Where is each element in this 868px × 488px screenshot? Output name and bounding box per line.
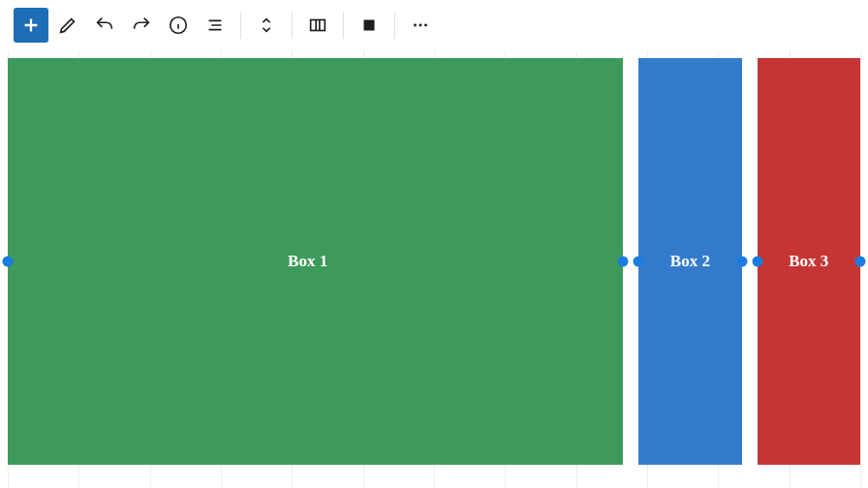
more-icon (410, 15, 431, 36)
resize-handle-left[interactable] (634, 257, 644, 267)
resize-handle-right[interactable] (855, 257, 866, 267)
resize-handle-left[interactable] (3, 257, 14, 267)
svg-point-5 (424, 24, 427, 27)
columns-block[interactable]: Box 1 Box 2 Box 3 (8, 58, 860, 465)
more-options-button[interactable] (403, 8, 438, 43)
resize-handle-right[interactable] (736, 257, 747, 267)
column-1[interactable]: Box 1 (8, 58, 623, 465)
undo-icon (94, 15, 115, 36)
move-icon (256, 15, 277, 36)
svg-rect-2 (364, 20, 375, 31)
toolbar-separator (394, 12, 395, 39)
column-label: Box 2 (670, 252, 710, 271)
outline-button[interactable] (198, 8, 232, 43)
svg-point-3 (414, 24, 417, 27)
redo-icon (131, 15, 152, 36)
move-button[interactable] (249, 8, 284, 43)
column-2[interactable]: Box 2 (638, 58, 741, 465)
color-button[interactable] (352, 8, 387, 43)
add-icon (20, 15, 42, 36)
column-3[interactable]: Box 3 (758, 58, 860, 465)
resize-handle-left[interactable] (752, 257, 762, 267)
edit-icon (57, 15, 78, 36)
menu-icon (204, 15, 226, 36)
edit-button[interactable] (50, 8, 85, 43)
redo-button[interactable] (124, 8, 159, 43)
resize-handle-right[interactable] (618, 257, 629, 267)
toolbar-separator (343, 12, 344, 39)
columns-icon (307, 15, 328, 36)
svg-point-4 (419, 24, 422, 27)
info-icon (168, 15, 189, 36)
toolbar-separator (240, 12, 241, 39)
svg-rect-1 (311, 20, 326, 31)
editor-toolbar (0, 0, 868, 50)
editor-canvas[interactable]: Box 1 Box 2 Box 3 (8, 58, 860, 488)
undo-button[interactable] (87, 8, 122, 43)
column-label: Box 3 (789, 252, 828, 271)
color-icon (358, 15, 380, 36)
info-button[interactable] (161, 8, 196, 43)
toolbar-separator (292, 12, 293, 39)
add-block-button[interactable] (14, 8, 48, 43)
columns-button[interactable] (300, 8, 335, 43)
column-label: Box 1 (288, 252, 327, 271)
